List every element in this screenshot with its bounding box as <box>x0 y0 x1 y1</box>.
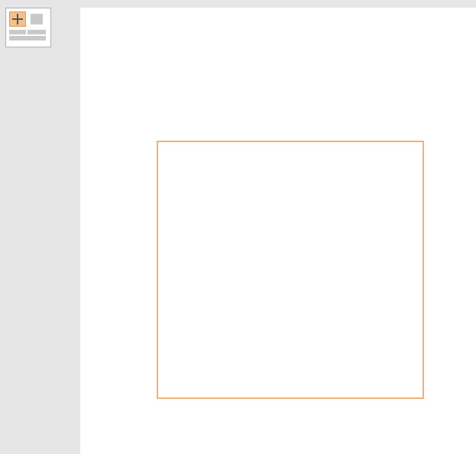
layout-bars-icon <box>9 30 46 34</box>
rectangle-shape[interactable] <box>157 141 424 399</box>
layout-toolbar <box>5 8 51 47</box>
rectangle-tool-button[interactable] <box>28 11 45 27</box>
layout-option-button[interactable] <box>9 30 46 44</box>
plus-icon <box>12 14 23 24</box>
document-canvas[interactable] <box>80 8 476 454</box>
insert-tool-button[interactable] <box>9 11 26 27</box>
square-icon <box>31 14 43 24</box>
toolbar-row-2 <box>9 30 47 44</box>
toolbar-row-1 <box>9 11 47 27</box>
